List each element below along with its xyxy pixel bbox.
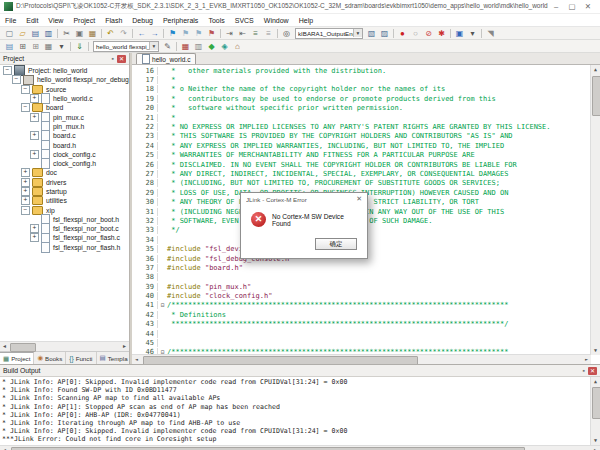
- fold-marker-icon[interactable]: ⊟: [158, 301, 167, 309]
- tree-item[interactable]: +doc: [0, 168, 129, 177]
- pin-icon[interactable]: ▪: [583, 367, 585, 374]
- tree-item[interactable]: clock_config.h: [0, 159, 129, 168]
- scroll-thumb[interactable]: [10, 343, 36, 352]
- expander-icon[interactable]: +: [30, 233, 39, 242]
- cut-icon[interactable]: ✂: [60, 28, 73, 39]
- tree-item[interactable]: +fsl_flexspi_nor_boot.c: [0, 224, 129, 233]
- tree-item[interactable]: +fsl_flexspi_nor_flash.c: [0, 233, 129, 242]
- expander-icon[interactable]: +: [21, 178, 30, 187]
- menu-view[interactable]: View: [43, 17, 68, 24]
- panel-tab-project[interactable]: ▦Project: [0, 352, 34, 364]
- scroll-down-icon[interactable]: ▼: [591, 346, 600, 355]
- expander-icon[interactable]: +: [21, 196, 30, 205]
- manage-rte-icon[interactable]: ◆: [205, 41, 218, 52]
- undo-icon[interactable]: ↶: [104, 28, 117, 39]
- close-button[interactable]: ✕: [580, 2, 596, 11]
- target-select-combo[interactable]: hello_world flexspi_nor_▾: [93, 41, 159, 52]
- options-for-target-icon[interactable]: ✎: [161, 41, 174, 52]
- scroll-thumb[interactable]: [143, 356, 418, 364]
- incremental-find-icon[interactable]: ▨: [378, 28, 391, 39]
- menu-peripherals[interactable]: Peripherals: [158, 17, 203, 24]
- menu-svcs[interactable]: SVCS: [230, 17, 259, 24]
- tree-item[interactable]: −xip: [0, 205, 129, 214]
- batch-build-icon[interactable]: ▦: [42, 41, 55, 52]
- scroll-track[interactable]: [9, 343, 120, 350]
- expander-icon[interactable]: −: [21, 103, 30, 112]
- bookmark-clear-icon[interactable]: ⚑: [205, 28, 218, 39]
- select-packs-icon[interactable]: ⌂: [231, 41, 244, 52]
- expander-icon[interactable]: −: [21, 85, 30, 94]
- copy-icon[interactable]: ▣: [73, 28, 86, 39]
- bookmark-toggle-icon[interactable]: ⚑: [166, 28, 179, 39]
- menu-flash[interactable]: Flash: [100, 17, 127, 24]
- tree-item[interactable]: +startup: [0, 187, 129, 196]
- menu-help[interactable]: Help: [294, 17, 318, 24]
- insert-breakpoint-icon[interactable]: ●: [396, 28, 409, 39]
- tree-item[interactable]: −hello_world flexspi_nor_debug: [0, 75, 129, 84]
- translate-file-icon[interactable]: ▤: [3, 41, 16, 52]
- output-scrollbar-vertical[interactable]: ▲ ▼: [590, 377, 600, 445]
- tree-item[interactable]: fsl_flexspi_nor_flash.h: [0, 243, 129, 252]
- paste-icon[interactable]: ▦: [86, 28, 99, 39]
- save-all-icon[interactable]: ▥: [42, 28, 55, 39]
- tree-item[interactable]: +clock_config.c: [0, 150, 129, 159]
- redo-icon[interactable]: ↷: [117, 28, 130, 39]
- expander-icon[interactable]: −: [21, 206, 30, 215]
- download-icon[interactable]: ⇓: [73, 41, 86, 52]
- tree-item[interactable]: +pin_mux.c: [0, 112, 129, 121]
- minimize-button[interactable]: –: [548, 2, 564, 11]
- outdent-icon[interactable]: ⇤: [236, 28, 249, 39]
- window-layout-icon[interactable]: ▣: [453, 28, 466, 39]
- navigate-back-icon[interactable]: ←: [135, 28, 148, 39]
- bookmark-prev-icon[interactable]: ⚑: [179, 28, 192, 39]
- scroll-right-icon[interactable]: ►: [582, 355, 591, 364]
- pin-icon[interactable]: ▪: [112, 55, 114, 62]
- scroll-left-icon[interactable]: ◄: [0, 446, 9, 450]
- menu-edit[interactable]: Edit: [21, 17, 43, 24]
- new-file-icon[interactable]: ▢: [3, 28, 16, 39]
- comment-icon[interactable]: ≡: [249, 28, 262, 39]
- scroll-thumb[interactable]: [592, 387, 600, 419]
- expander-icon[interactable]: +: [30, 150, 39, 159]
- menu-project[interactable]: Project: [68, 17, 100, 24]
- pack-installer-icon[interactable]: ◈: [218, 41, 231, 52]
- scroll-thumb[interactable]: [592, 76, 600, 116]
- project-scrollbar-horizontal[interactable]: ◄ ►: [0, 341, 129, 351]
- scroll-track[interactable]: [592, 386, 599, 436]
- editor-scrollbar-vertical[interactable]: ▲ ▼: [590, 65, 600, 355]
- expander-icon[interactable]: −: [12, 75, 21, 84]
- tree-item[interactable]: fsl_flexspi_nor_boot.h: [0, 215, 129, 224]
- panel-close-icon[interactable]: ✕: [588, 367, 597, 375]
- panel-close-icon[interactable]: ✕: [117, 55, 126, 63]
- scroll-left-icon[interactable]: ◄: [0, 342, 9, 351]
- tree-item[interactable]: −Project: hello_world: [0, 66, 129, 75]
- enable-breakpoint-icon[interactable]: ○: [409, 28, 422, 39]
- build-output-log[interactable]: * JLink Info: AP[0]: Skipped. Invalid im…: [0, 377, 600, 445]
- scroll-up-icon[interactable]: ▲: [591, 377, 600, 386]
- panel-tab-functi[interactable]: {}Functi: [66, 352, 96, 364]
- expander-icon[interactable]: +: [21, 187, 30, 196]
- menu-file[interactable]: File: [0, 17, 21, 24]
- project-tree[interactable]: −Project: hello_world−hello_world flexsp…: [0, 65, 129, 341]
- configure-icon[interactable]: ◥: [484, 28, 497, 39]
- panel-tab-templa[interactable]: ▤Templa: [97, 352, 132, 364]
- expander-icon[interactable]: +: [30, 94, 39, 103]
- uncomment-icon[interactable]: ≡: [262, 28, 275, 39]
- tree-item[interactable]: −source: [0, 85, 129, 94]
- find-combo[interactable]: kIBARA1_OutputEnc1Ph▾: [295, 28, 363, 39]
- scroll-right-icon[interactable]: ►: [120, 342, 129, 351]
- scroll-track[interactable]: [141, 356, 582, 363]
- rebuild-icon[interactable]: ⊞: [29, 41, 42, 52]
- layout-dropdown-icon[interactable]: ▾: [466, 28, 479, 39]
- find-next-icon[interactable]: ▧: [365, 28, 378, 39]
- scroll-right-icon[interactable]: ►: [591, 446, 600, 450]
- bookmark-next-icon[interactable]: ⚑: [192, 28, 205, 39]
- menu-tools[interactable]: Tools: [203, 17, 229, 24]
- find-combo-dropdown-icon[interactable]: ▾: [353, 29, 362, 37]
- dialog-title-bar[interactable]: JLink - Cortex-M Error ✕: [241, 193, 367, 205]
- output-scrollbar-horizontal[interactable]: ◄ ►: [0, 445, 600, 450]
- tree-item[interactable]: board.h: [0, 140, 129, 149]
- save-icon[interactable]: ▤: [29, 28, 42, 39]
- expander-icon[interactable]: +: [30, 131, 39, 140]
- panel-tab-books[interactable]: ◉Books: [34, 352, 66, 364]
